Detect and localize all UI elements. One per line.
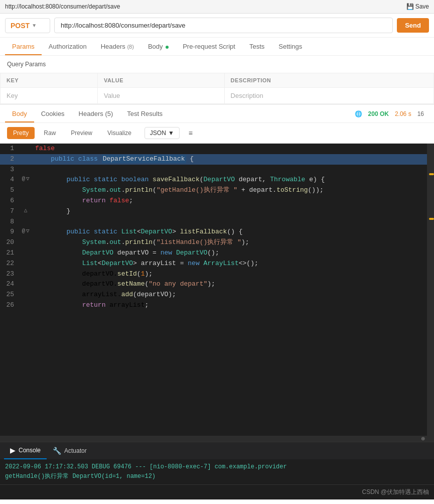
- footer-bar: CSDN @伏加特遇上西柚: [0, 484, 434, 499]
- response-tab-test-results[interactable]: Test Results: [120, 105, 170, 122]
- line-number: 7: [0, 206, 18, 217]
- send-button[interactable]: Send: [397, 18, 429, 33]
- status-time: 2.06 s: [395, 110, 411, 117]
- tab-prerequest[interactable]: Pre-request Script: [176, 38, 242, 55]
- line-number: 9: [0, 227, 18, 237]
- code-line-4: 4 @ ▽ public static boolean saveFallback…: [0, 175, 434, 185]
- arrow-icon: ▽: [26, 227, 30, 236]
- scroll-marker-mid: [429, 218, 434, 220]
- url-bar: http://localhost:8080/consumer/depart/sa…: [0, 0, 434, 14]
- response-tab-headers[interactable]: Headers (5): [72, 105, 120, 122]
- tab-authorization[interactable]: Authorization: [42, 38, 94, 55]
- code-text: public static boolean saveFallback(Depar…: [33, 175, 434, 185]
- code-line-3: 3: [0, 165, 434, 175]
- actuator-icon: 🔧: [53, 447, 61, 455]
- params-table: KEY VALUE DESCRIPTION Key Value Descript…: [0, 73, 434, 104]
- code-line-23: 23 departVO.setId(1);: [0, 269, 434, 280]
- footer-brand: CSDN @伏加特遇上西柚: [362, 488, 429, 496]
- format-raw-button[interactable]: Raw: [38, 127, 62, 139]
- table-row: Key Value Description: [1, 88, 434, 104]
- wrap-icon: ≡: [189, 129, 193, 137]
- tab-tests[interactable]: Tests: [242, 38, 271, 55]
- response-tab-cookies[interactable]: Cookies: [34, 105, 72, 122]
- console-line-1: 2022-09-06 17:17:32.503 DEBUG 69476 --- …: [5, 462, 429, 472]
- code-line-5: 5 System.out.println("getHandle()执行异常 " …: [0, 185, 434, 196]
- code-text: return false;: [33, 196, 434, 206]
- console-tab-label: Console: [19, 447, 41, 454]
- plus-icon[interactable]: ⊕: [421, 436, 425, 441]
- url-bar-text: http://localhost:8080/consumer/depart/sa…: [5, 3, 120, 10]
- code-text: return arrayList;: [33, 300, 434, 311]
- code-text: false: [33, 144, 434, 154]
- console-icon: ▶: [10, 446, 16, 454]
- request-tab-bar: Params Authorization Headers (8) Body Pr…: [0, 38, 434, 56]
- at-icon: @: [22, 227, 25, 236]
- line-number: 22: [0, 259, 18, 269]
- bottom-tab-bar: ▶ Console 🔧 Actuator: [0, 442, 434, 459]
- scrollbar[interactable]: [427, 144, 434, 442]
- url-input[interactable]: [54, 18, 393, 33]
- line-gutter: △: [18, 206, 33, 215]
- actuator-tab[interactable]: 🔧 Actuator: [47, 442, 93, 459]
- tab-headers[interactable]: Headers (8): [94, 38, 141, 55]
- response-tab-bar: Body Cookies Headers (5) Test Results 🌐 …: [0, 105, 434, 123]
- main-content: POST ▼ Send Params Authorization Headers…: [0, 14, 434, 499]
- wrap-button[interactable]: ≡: [185, 127, 197, 139]
- line-number: 5: [0, 185, 18, 196]
- line-number: 23: [0, 269, 18, 280]
- collapse-icon: △: [24, 206, 28, 215]
- json-format-select[interactable]: JSON ▼: [144, 127, 180, 139]
- tab-params[interactable]: Params: [5, 38, 42, 55]
- tab-settings[interactable]: Settings: [271, 38, 309, 55]
- code-text: departVO.setId(1);: [33, 269, 434, 280]
- line-number: 3: [0, 165, 18, 175]
- line-number: 25: [0, 290, 18, 300]
- code-line-2: 2 public class DepartServiceFallback {: [0, 154, 434, 165]
- code-text: public class DepartServiceFallback {: [33, 154, 434, 165]
- horizontal-scrollbar[interactable]: ⊕: [0, 436, 427, 442]
- scroll-marker-top: [429, 173, 434, 175]
- method-label: POST: [11, 22, 30, 30]
- request-row: POST ▼ Send: [0, 14, 434, 38]
- code-line-10: 20 System.out.println("listHandle()执行异常 …: [0, 237, 434, 248]
- tab-body[interactable]: Body: [141, 38, 176, 55]
- col-value: VALUE: [98, 73, 225, 88]
- response-header-bar: Body Cookies Headers (5) Test Results 🌐 …: [0, 104, 434, 123]
- code-area: 1 false 2 public class DepartServiceFall…: [0, 144, 434, 442]
- query-params-title: Query Params: [0, 56, 434, 73]
- line-number: 21: [0, 248, 18, 259]
- format-preview-button[interactable]: Preview: [65, 127, 98, 139]
- key-cell[interactable]: Key: [1, 88, 98, 104]
- format-pretty-button[interactable]: Pretty: [7, 127, 35, 139]
- line-number: 20: [0, 237, 18, 248]
- save-icon: 💾: [406, 3, 414, 10]
- col-description: DESCRIPTION: [224, 73, 433, 88]
- code-line-6: 6 return false;: [0, 196, 434, 206]
- chevron-down-icon: ▼: [168, 130, 174, 137]
- response-tab-body[interactable]: Body: [5, 105, 34, 122]
- method-select[interactable]: POST ▼: [5, 18, 50, 33]
- console-output: 2022-09-06 17:17:32.503 DEBUG 69476 --- …: [0, 459, 434, 484]
- chevron-down-icon: ▼: [32, 23, 37, 28]
- code-line-26: 26 return arrayList;: [0, 300, 434, 311]
- value-cell[interactable]: Value: [98, 88, 225, 104]
- line-number: 2: [0, 154, 18, 165]
- arrow-icon: ▽: [26, 175, 30, 184]
- save-button[interactable]: 💾 Save: [406, 3, 429, 10]
- console-tab[interactable]: ▶ Console: [4, 442, 47, 459]
- format-visualize-button[interactable]: Visualize: [101, 127, 137, 139]
- col-key: KEY: [1, 73, 98, 88]
- desc-cell[interactable]: Description: [224, 88, 433, 104]
- response-status: 🌐 200 OK 2.06 s 16: [355, 110, 429, 117]
- code-text: [33, 217, 434, 227]
- json-format-label: JSON: [150, 130, 166, 137]
- code-text: }: [33, 206, 434, 217]
- code-line-25: 25 arrayList.add(departVO);: [0, 290, 434, 300]
- code-text: public static List<DepartVO> listFallbac…: [33, 227, 434, 237]
- headers-badge: (8): [127, 44, 133, 50]
- code-line-22: 22 List<DepartVO> arrayList = new ArrayL…: [0, 259, 434, 269]
- code-text: System.out.println("getHandle()执行异常 " + …: [33, 185, 434, 196]
- at-icon: @: [22, 175, 25, 184]
- response-headers-badge: (5): [105, 110, 113, 117]
- line-number: 6: [0, 196, 18, 206]
